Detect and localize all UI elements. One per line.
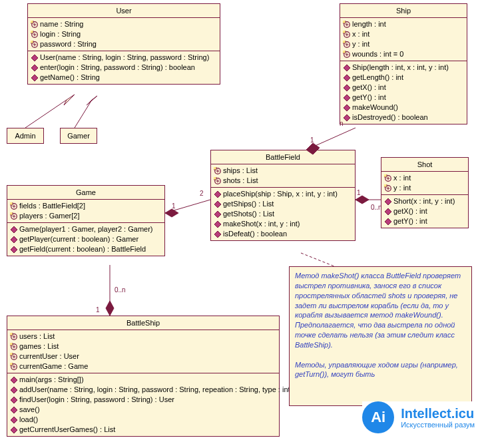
operation-icon (214, 230, 222, 238)
operations: Short(x : int, y : int) getX() : int get… (381, 195, 468, 228)
mult-label: 1 (310, 136, 314, 144)
operations: main(args : String[]) addUser(name : Str… (7, 373, 279, 436)
logo-mark: Ai (362, 401, 394, 433)
class-title: BattleShip (7, 316, 279, 330)
mult-label: 1 (96, 306, 100, 314)
operation-icon (343, 84, 351, 92)
operation-icon (384, 198, 392, 206)
operation-icon (10, 386, 18, 394)
operation-icon (384, 218, 392, 226)
svg-marker-3 (87, 96, 97, 105)
class-title: User (28, 4, 220, 18)
op-row: getName() : String (31, 73, 217, 83)
attribute-icon (343, 21, 351, 29)
class-game: Game fields : BattleField[2] players : G… (7, 185, 165, 256)
class-title: BattleField (211, 150, 355, 164)
uml-note: Метод makeShot() класса ButtleField пров… (289, 266, 472, 406)
operation-icon (214, 200, 222, 208)
mult-label: 0..n (115, 286, 126, 294)
operations: Ship(length : int, x : int, y : int) get… (340, 61, 467, 124)
operation-icon (343, 114, 351, 122)
op-row: enter(login : String, password : String)… (31, 63, 217, 73)
attributes: name : String login : String password : … (28, 18, 220, 51)
attributes: users : List games : List currentUser : … (7, 330, 279, 373)
attribute-icon (31, 31, 39, 39)
attributes: length : int x : int y : int wounds : in… (340, 18, 467, 61)
class-ship: Ship length : int x : int y : int wounds… (340, 3, 467, 124)
attribute-icon (343, 51, 351, 59)
operation-icon (10, 236, 18, 244)
operation-icon (214, 190, 222, 198)
attribute-icon (384, 184, 392, 192)
class-battleship: BattleShip users : List games : List cur… (7, 316, 280, 437)
operation-icon (31, 54, 39, 62)
operations: Game(player1 : Gamer, player2 : Gamer) g… (7, 223, 164, 256)
attribute-icon (10, 353, 18, 361)
operations: User(name : String, login : String, pass… (28, 51, 220, 84)
svg-marker-2 (64, 95, 75, 105)
attr-row: name : String (31, 19, 217, 29)
operation-icon (343, 64, 351, 72)
operation-icon (10, 396, 18, 404)
operation-icon (343, 74, 351, 82)
mult-label: 0..n (371, 204, 382, 211)
attribute-icon (31, 41, 39, 49)
attr-row: password : String (31, 39, 217, 49)
operation-icon (10, 226, 18, 234)
class-title: Shot (381, 158, 468, 172)
op-row: User(name : String, login : String, pass… (31, 53, 217, 63)
logo-title: Intellect.icu (401, 407, 475, 421)
class-admin: Admin (7, 128, 44, 144)
operation-icon (343, 104, 351, 112)
attribute-icon (10, 343, 18, 351)
logo: Ai Intellect.icu Искусственный разум (362, 401, 475, 433)
attribute-icon (384, 174, 392, 182)
svg-marker-6 (165, 209, 178, 217)
attributes: x : int y : int (381, 172, 468, 195)
mult-label: 2 (200, 190, 204, 197)
attribute-icon (31, 21, 39, 29)
operation-icon (10, 376, 18, 384)
class-title: Ship (340, 4, 467, 18)
operation-icon (31, 64, 39, 72)
operation-icon (214, 220, 222, 228)
operation-icon (10, 426, 18, 434)
class-gamer: Gamer (60, 128, 97, 144)
operation-icon (10, 406, 18, 414)
attribute-icon (10, 363, 18, 371)
operation-icon (214, 210, 222, 218)
attribute-icon (10, 333, 18, 341)
attr-row: login : String (31, 29, 217, 39)
attribute-icon (214, 167, 222, 175)
attributes: ships : List shots : List (211, 164, 355, 188)
attribute-icon (343, 41, 351, 49)
operation-icon (31, 74, 39, 82)
svg-marker-7 (106, 301, 114, 316)
class-title: Game (7, 186, 164, 200)
attribute-icon (343, 31, 351, 39)
operation-icon (10, 246, 18, 254)
attribute-icon (10, 202, 18, 210)
class-user: User name : String login : String passwo… (27, 3, 220, 85)
operation-icon (384, 208, 392, 216)
attributes: fields : BattleField[2] players : Gamer[… (7, 200, 164, 223)
operation-icon (10, 416, 18, 424)
attribute-icon (214, 177, 222, 185)
attribute-icon (10, 212, 18, 220)
operations: placeShip(ship : Ship, x : int, y : int)… (211, 188, 355, 240)
class-battlefield: BattleField ships : List shots : List pl… (210, 150, 356, 241)
operation-icon (343, 94, 351, 102)
logo-subtitle: Искусственный разум (401, 421, 475, 429)
mult-label: n (340, 120, 344, 127)
svg-marker-5 (356, 196, 369, 204)
mult-label: 1 (357, 189, 361, 196)
mult-label: 1 (172, 202, 176, 210)
class-shot: Shot x : int y : int Short(x : int, y : … (381, 157, 469, 228)
